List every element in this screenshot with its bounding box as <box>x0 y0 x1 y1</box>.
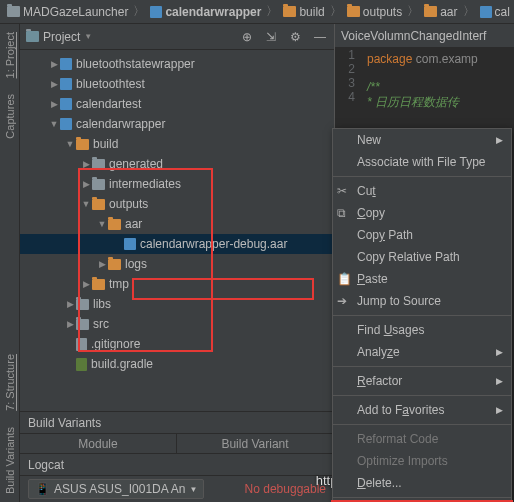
folder-icon <box>108 259 121 270</box>
tab-structure[interactable]: 7: Structure <box>2 346 18 419</box>
folder-icon <box>7 6 20 17</box>
chevron-right-icon: 〉 <box>133 3 145 20</box>
folder-icon <box>283 6 296 17</box>
breadcrumb-item[interactable]: outputs <box>344 5 405 19</box>
menu-jump-to-source[interactable]: ➔Jump to Source <box>333 290 511 312</box>
folder-icon <box>108 219 121 230</box>
chevron-right-icon: ▶ <box>496 405 503 415</box>
device-label: ASUS ASUS_I001DA An <box>54 482 185 496</box>
tool-window-tabs: 1: Project Captures 7: Structure Build V… <box>0 24 20 502</box>
hide-icon[interactable]: — <box>314 30 328 44</box>
menu-copy-relative-path[interactable]: Copy Relative Path <box>333 246 511 268</box>
logcat-toolbar: 📱 ASUS ASUS_I001DA An ▼ No debuggable <box>20 476 334 502</box>
breadcrumb-label: outputs <box>363 5 402 19</box>
chevron-right-icon: 〉 <box>463 3 475 20</box>
breadcrumb-label: cal <box>495 5 510 19</box>
tree-node-bluetoothtest[interactable]: ▶bluetoothtest <box>20 74 334 94</box>
menu-refactor[interactable]: Refactor▶ <box>333 370 511 392</box>
tree-node-gitignore[interactable]: .gitignore <box>20 334 334 354</box>
collapse-icon[interactable]: ⇲ <box>266 30 280 44</box>
menu-reformat: Reformat Code <box>333 428 511 450</box>
breadcrumb-label: MADGazeLauncher <box>23 5 128 19</box>
tab-project[interactable]: 1: Project <box>2 24 18 86</box>
tree-node-generated[interactable]: ▶generated <box>20 154 334 174</box>
breadcrumb-label: calendarwrapper <box>165 5 261 19</box>
tree-node-libs[interactable]: ▶libs <box>20 294 334 314</box>
archive-icon <box>124 238 136 250</box>
tree-node-tmp[interactable]: ▶tmp <box>20 274 334 294</box>
folder-icon <box>92 279 105 290</box>
menu-paste[interactable]: 📋Paste <box>333 268 511 290</box>
project-tree[interactable]: ▶bluetoothstatewrapper ▶bluetoothtest ▶c… <box>20 50 334 411</box>
column-build-variant[interactable]: Build Variant <box>177 434 334 453</box>
tree-node-calendarwrapper[interactable]: ▼calendarwrapper <box>20 114 334 134</box>
chevron-right-icon: 〉 <box>330 3 342 20</box>
breadcrumb-item[interactable]: build <box>280 5 327 19</box>
editor-gutter: 1234 <box>335 48 359 104</box>
menu-copy-path[interactable]: Copy Path <box>333 224 511 246</box>
menu-copy[interactable]: ⧉Copy <box>333 202 511 224</box>
editor-tab[interactable]: VoiceVolumnChangedInterf <box>335 24 514 48</box>
breadcrumb-item[interactable]: cal <box>477 5 513 19</box>
breadcrumb-item[interactable]: calendarwrapper <box>147 5 264 19</box>
folder-icon <box>76 299 89 310</box>
editor-tab-label: VoiceVolumnChangedInterf <box>341 29 486 43</box>
context-menu: New▶ Associate with File Type ✂Cut ⧉Copy… <box>332 128 512 502</box>
tree-node-build[interactable]: ▼build <box>20 134 334 154</box>
tree-node-logs[interactable]: ▶logs <box>20 254 334 274</box>
menu-analyze[interactable]: Analyze▶ <box>333 341 511 363</box>
folder-icon <box>76 139 89 150</box>
tab-build-variants[interactable]: Build Variants <box>2 419 18 502</box>
file-icon <box>76 338 87 351</box>
clipboard-icon: 📋 <box>337 272 351 286</box>
scroll-target-icon[interactable]: ⊕ <box>242 30 256 44</box>
menu-find-usages[interactable]: Find Usages <box>333 319 511 341</box>
menu-associate[interactable]: Associate with File Type <box>333 151 511 173</box>
tree-node-build-gradle[interactable]: build.gradle <box>20 354 334 374</box>
tree-node-intermediates[interactable]: ▶intermediates <box>20 174 334 194</box>
gradle-icon <box>76 358 87 371</box>
tree-node-src[interactable]: ▶src <box>20 314 334 334</box>
build-variants-title: Build Variants <box>20 412 334 434</box>
tree-node-aar-file[interactable]: calendarwrapper-debug.aar <box>20 234 334 254</box>
menu-separator <box>333 176 511 177</box>
scissors-icon: ✂ <box>337 184 351 198</box>
comment: * 日历日程数据传 <box>367 94 510 111</box>
tree-node-bluetoothstatewrapper[interactable]: ▶bluetoothstatewrapper <box>20 54 334 74</box>
copy-icon: ⧉ <box>337 206 351 220</box>
project-icon <box>26 31 39 42</box>
device-selector[interactable]: 📱 ASUS ASUS_I001DA An ▼ <box>28 479 204 499</box>
folder-icon <box>76 319 89 330</box>
gear-icon[interactable]: ⚙ <box>290 30 304 44</box>
tab-captures[interactable]: Captures <box>2 86 18 147</box>
folder-icon <box>92 199 105 210</box>
code-text: com.examp <box>416 52 478 66</box>
folder-icon <box>424 6 437 17</box>
phone-icon: 📱 <box>35 482 50 496</box>
chevron-down-icon: ▼ <box>189 485 197 494</box>
menu-delete[interactable]: Delete... <box>333 472 511 494</box>
tree-node-aar[interactable]: ▼aar <box>20 214 334 234</box>
module-icon <box>60 98 72 110</box>
comment: /** <box>367 80 510 94</box>
menu-new[interactable]: New▶ <box>333 129 511 151</box>
menu-separator <box>333 497 511 498</box>
logcat-title: Logcat <box>20 454 334 476</box>
breadcrumb-root[interactable]: MADGazeLauncher <box>4 5 131 19</box>
chevron-right-icon: 〉 <box>407 3 419 20</box>
module-icon <box>150 6 162 18</box>
menu-add-favorites[interactable]: Add to Favorites▶ <box>333 399 511 421</box>
tree-node-calendartest[interactable]: ▶calendartest <box>20 94 334 114</box>
chevron-right-icon: 〉 <box>266 3 278 20</box>
chevron-down-icon: ▼ <box>84 32 92 41</box>
module-icon <box>480 6 492 18</box>
tree-node-outputs[interactable]: ▼outputs <box>20 194 334 214</box>
column-module[interactable]: Module <box>20 434 177 453</box>
breadcrumb-item[interactable]: aar <box>421 5 460 19</box>
menu-cut[interactable]: ✂Cut <box>333 180 511 202</box>
menu-separator <box>333 315 511 316</box>
keyword: package <box>367 52 412 66</box>
build-variants-panel: Build Variants Module Build Variant Logc… <box>20 411 334 502</box>
breadcrumb: MADGazeLauncher 〉 calendarwrapper 〉 buil… <box>0 0 514 24</box>
project-view-selector[interactable]: Project ▼ <box>26 30 92 44</box>
